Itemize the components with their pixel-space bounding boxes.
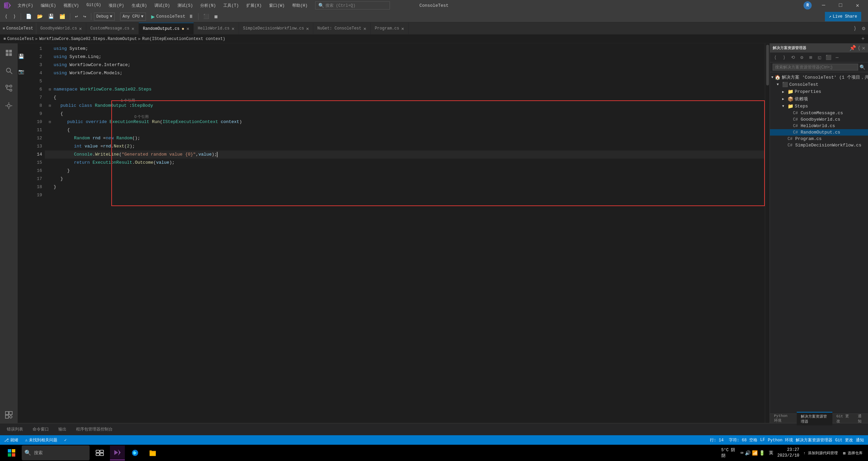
tab-goodbyeworld-close[interactable]: ✕ (79, 26, 82, 32)
run-button[interactable]: ▶ ConsoleTest (151, 13, 186, 20)
status-checkmark[interactable]: ✓ (63, 438, 68, 443)
sol-more-btn[interactable]: ⋯ (833, 54, 841, 62)
tree-simpledecision[interactable]: ▶ C# SimpleDecisionWorkflow.cs (770, 142, 868, 148)
sol-filter-btn[interactable]: ⊞ (807, 54, 815, 62)
tab-custommessage-close[interactable]: ✕ (132, 26, 134, 32)
tab-randomoutput-close-x[interactable]: ✕ (186, 26, 189, 32)
status-git-changes[interactable]: Git 更改 (834, 437, 854, 443)
sol-forward-btn[interactable]: ⟩ (780, 54, 788, 62)
status-encoding[interactable]: LF (759, 437, 766, 443)
tree-properties[interactable]: ▶ 📁 Properties (770, 88, 868, 95)
sol-tab-git[interactable]: Git 更改 (832, 412, 854, 425)
sol-settings-btn[interactable]: ⚙ (798, 54, 806, 62)
maximize-button[interactable]: □ (833, 0, 848, 11)
tab-randomoutput-close[interactable]: ● (182, 26, 184, 32)
tab-helloworld[interactable]: HelloWorld.cs ✕ (194, 23, 239, 34)
bottom-tab-output[interactable]: 输出 (54, 425, 71, 434)
status-notifications[interactable]: 通知 (854, 437, 865, 443)
tab-simpledecision[interactable]: SimpleDecisionWorkflow.cs ✕ (239, 23, 313, 34)
bottom-tab-pkgmgr[interactable]: 程序包管理器控制台 (72, 425, 117, 434)
toolbar-btn6[interactable]: ▦ (212, 13, 219, 20)
status-line-col[interactable]: 行: 14 字符: 68 (709, 437, 748, 443)
tab-settings-button[interactable]: ⚙ (859, 23, 868, 34)
taskbar-notification-area[interactable]: ⌨ 🔊 📶 🔋 (740, 450, 765, 456)
menu-extensions[interactable]: 扩展(X) (243, 1, 265, 10)
panel-close-icon[interactable]: ✕ (862, 45, 865, 52)
tree-project[interactable]: ▼ ⬛ ConsoleTest (770, 81, 868, 88)
breadcrumb-add-btn[interactable]: + (861, 36, 865, 42)
solution-tree[interactable]: ▼ 🏠 解决方案 'ConsoleTest' (1 个项目，共 1 个) ▼ ⬛… (770, 72, 868, 414)
sol-sync-btn[interactable]: ⟲ (789, 54, 797, 62)
taskbar-input-method[interactable]: 英 (769, 450, 773, 456)
taskbar-select-repo[interactable]: ▤ 选择仓库 (842, 450, 864, 456)
editor-scrollbar[interactable] (765, 43, 770, 423)
save-gutter-icon[interactable]: 💾 (18, 54, 24, 59)
toolbar-attach[interactable]: ⏸ (187, 13, 195, 20)
status-spaces[interactable]: 空格 (748, 437, 759, 443)
code-line-4[interactable]: ─ using WorkflowCore.Models; (45, 69, 765, 77)
toolbar-save-all[interactable]: 🗂️ (57, 13, 67, 20)
menu-test[interactable]: 测试(S) (174, 1, 196, 10)
code-line-7[interactable]: ─ { (45, 94, 765, 102)
tab-nuget-close[interactable]: ✕ (363, 26, 366, 32)
tree-program[interactable]: ▶ C# Program.cs (770, 136, 868, 142)
panel-arrow-icon[interactable]: ⟨ (857, 45, 861, 52)
menu-window[interactable]: 窗口(W) (266, 1, 288, 10)
close-button[interactable]: ✕ (850, 0, 865, 11)
code-line-1[interactable]: ─ using System; (45, 45, 765, 53)
toolbar-open[interactable]: 📂 (35, 13, 45, 20)
menu-project[interactable]: 项目(P) (105, 1, 128, 10)
breadcrumb-project[interactable]: ConsoleTest (7, 37, 34, 41)
code-line-17[interactable]: ─ } (45, 175, 765, 183)
tab-dropdown-button[interactable]: ⟩ (851, 23, 860, 34)
tab-simpledecision-close[interactable]: ✕ (306, 26, 309, 32)
activity-search[interactable] (1, 62, 17, 79)
toolbar-undo[interactable]: ↩ (73, 13, 80, 20)
tree-solution[interactable]: ▼ 🏠 解决方案 'ConsoleTest' (1 个项目，共 1 个) (770, 74, 868, 81)
activity-extensions[interactable] (1, 407, 17, 423)
taskbar-edge[interactable] (128, 445, 143, 460)
activity-explorer[interactable] (1, 45, 17, 61)
tree-custommessage[interactable]: ▶ C# CustomMessage.cs (770, 110, 868, 116)
menu-tools[interactable]: 工具(T) (220, 1, 242, 10)
code-line-12[interactable]: ─ Random rnd = new Random(); (45, 134, 765, 142)
menu-edit[interactable]: 编辑(E) (37, 1, 60, 10)
menu-analyze[interactable]: 分析(N) (197, 1, 219, 10)
taskbar-search[interactable]: 🔍 搜索 (22, 445, 90, 460)
tab-custommessage[interactable]: CustomMessage.cs ✕ (86, 23, 139, 34)
code-line-16[interactable]: ─ } (45, 167, 765, 175)
scrollbar-thumb[interactable] (766, 45, 769, 85)
code-line-9[interactable]: ─ { (45, 110, 765, 118)
code-line-11[interactable]: ─ { (45, 126, 765, 134)
code-line-13[interactable]: ─ int value = rnd.Next(2); (45, 142, 765, 151)
code-line-18[interactable]: ─ } (45, 183, 765, 191)
collapse-btn-10[interactable]: ⊟ (48, 120, 52, 124)
sol-tab-explorer[interactable]: 解决方案资源管理器 (797, 412, 832, 425)
code-line-3[interactable]: ─ using WorkflowCore.Interface; (45, 61, 765, 69)
tab-randomoutput[interactable]: RandomOutput.cs ● ✕ (139, 23, 194, 34)
breadcrumb-method[interactable]: Run(IStepExecutionContext context) (142, 37, 225, 41)
toolbar-back[interactable]: ⟨ (3, 13, 10, 20)
taskbar-add-code[interactable]: ↑ 添加到源代码管理 (802, 450, 839, 456)
platform-dropdown[interactable]: Any CPU ▼ (120, 13, 146, 21)
status-git-branch[interactable]: ⎇ 就绪 (3, 437, 20, 443)
sol-back-btn[interactable]: ⟨ (771, 54, 779, 62)
activity-debug[interactable] (1, 98, 17, 114)
code-line-8[interactable]: ⊟ 1 个引用 public class RandomOutput : Step… (45, 102, 765, 110)
code-line-5[interactable]: ─ (45, 77, 765, 85)
collapse-btn-6[interactable]: ⊟ (48, 87, 52, 92)
tab-goodbyeworld[interactable]: GoodbyeWorld.cs ✕ (36, 23, 86, 34)
sol-tab-notif[interactable]: 通知 (854, 412, 868, 425)
code-line-2[interactable]: ─ using System.Linq; (45, 53, 765, 61)
code-line-15[interactable]: ─ return ExecutionResult.Outcome(value); (45, 159, 765, 167)
bottom-tab-cmd[interactable]: 命令窗口 (29, 425, 53, 434)
tab-nuget[interactable]: NuGet: ConsoleTest ✕ (313, 23, 371, 34)
code-line-14[interactable]: ─ Console.WriteLine("Generated random va… (45, 151, 765, 159)
status-python-env[interactable]: Python 环境 (767, 437, 794, 443)
activity-git[interactable] (1, 80, 17, 96)
code-line-6[interactable]: ⊟ namespace WorkflowCore.Sample02.Steps (45, 85, 765, 94)
code-line-10[interactable]: ⊟ 0 个引用 public override ExecutionResult … (45, 118, 765, 126)
sol-tab-python[interactable]: Python 环境 (770, 413, 797, 424)
tab-program-close[interactable]: ✕ (401, 26, 404, 32)
taskbar-vs[interactable] (110, 445, 125, 460)
